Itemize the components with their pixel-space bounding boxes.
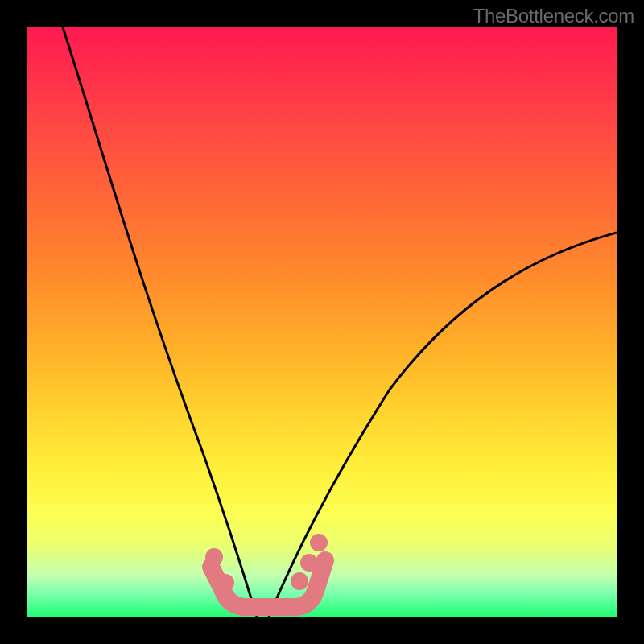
dot — [300, 554, 318, 572]
dot — [310, 534, 328, 551]
curve-layer — [27, 27, 617, 617]
plot-area — [27, 27, 617, 617]
left-curve — [63, 27, 257, 617]
dot — [217, 574, 234, 592]
chart-frame: TheBottleneck.com — [0, 0, 644, 644]
dot — [205, 548, 223, 566]
watermark-text: TheBottleneck.com — [473, 5, 634, 27]
dot — [291, 572, 308, 590]
